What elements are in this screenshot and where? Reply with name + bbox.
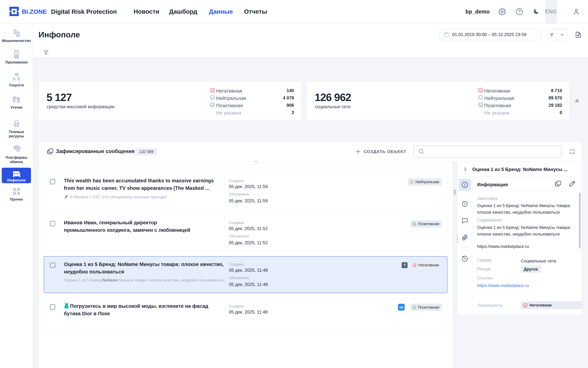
svg-text:vk: vk: [399, 305, 404, 309]
